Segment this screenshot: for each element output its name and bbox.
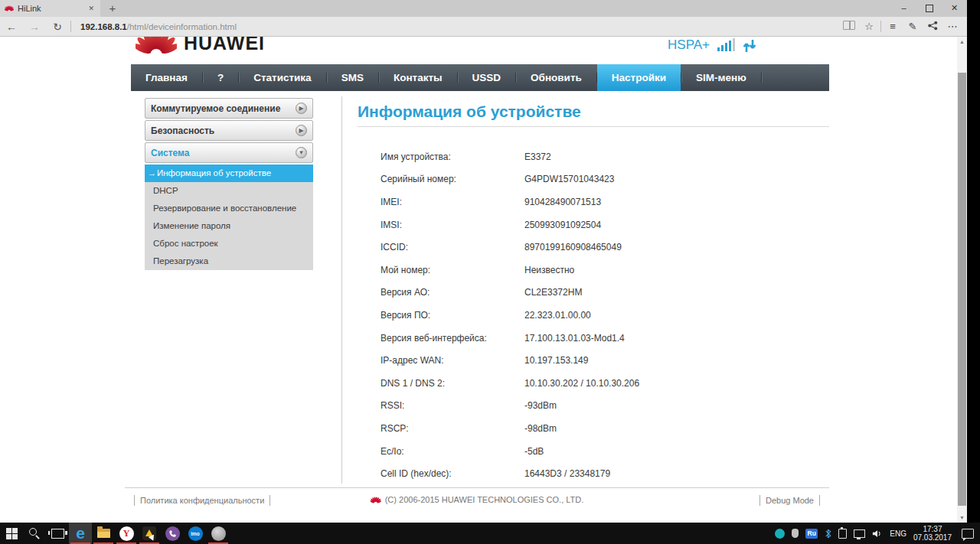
scrollbar-thumb[interactable] [958, 73, 966, 506]
row-label: IMEI: [381, 197, 524, 207]
taskbar-app-explorer[interactable] [92, 523, 115, 544]
clock[interactable]: 17:37 07.03.2017 [913, 525, 952, 542]
sidebar-item-backup-restore[interactable]: Резервирование и восстановление [145, 200, 313, 217]
tab-close-icon[interactable]: ✕ [87, 5, 96, 12]
nav-item-statistics[interactable]: Статистика [239, 64, 325, 91]
usb-device-icon[interactable] [838, 529, 847, 539]
network-icon[interactable] [854, 529, 865, 538]
table-row: IP-адрес WAN:10.197.153.149 [381, 349, 809, 372]
sidebar-item-change-password[interactable]: Изменение пароля [145, 217, 313, 235]
row-value: 910428490071513 [524, 197, 601, 207]
nav-item-sms[interactable]: SMS [327, 64, 378, 91]
logo-text: HUAWEI [184, 37, 265, 54]
taskbar-search-button[interactable] [23, 523, 46, 544]
table-row: Cell ID (hex/dec):16443D3 / 23348179 [381, 462, 809, 485]
action-center-icon[interactable] [962, 529, 974, 539]
vertical-scrollbar[interactable]: ▲ ▼ [957, 37, 967, 523]
chevron-down-icon: ▼ [296, 147, 307, 158]
nav-item-settings[interactable]: Настройки [597, 64, 681, 91]
nav-item-help[interactable]: ? [203, 64, 238, 91]
sidebar-section-security[interactable]: Безопасность ▶ [145, 120, 313, 141]
search-icon [28, 527, 41, 539]
punto-switcher-icon[interactable]: Ru [805, 529, 818, 539]
row-label: Имя устройства: [381, 151, 524, 162]
sidebar-item-reset-settings[interactable]: Сброс настроек [145, 235, 313, 252]
desktop-background [967, 0, 980, 523]
maximize-button[interactable] [916, 0, 942, 17]
table-row: RSSI:-93dBm [381, 395, 809, 418]
forward-icon[interactable]: → [23, 21, 46, 33]
tray-app-icon[interactable] [775, 529, 785, 539]
back-icon[interactable]: ← [0, 21, 23, 33]
address-bar-actions: ☆ ≡ ✎ ⋯ [839, 21, 962, 33]
language-indicator[interactable]: ENG [890, 529, 906, 538]
row-value: CL2E3372HM [524, 287, 582, 298]
row-label: Cell ID (hex/dec): [381, 468, 524, 479]
table-row: Серийный номер:G4PDW15701043423 [381, 168, 809, 191]
task-view-icon [51, 529, 64, 539]
table-row: DNS 1 / DNS 2:10.10.30.202 / 10.10.30.20… [381, 372, 809, 395]
mouse-device-icon[interactable] [792, 529, 799, 538]
url-field[interactable]: 192.168.8.1/html/deviceinformation.html [80, 22, 839, 31]
privacy-policy-link[interactable]: Политика конфиденциальности [134, 495, 270, 506]
task-view-button[interactable] [46, 523, 69, 544]
huawei-favicon-icon [5, 5, 14, 12]
viber-icon [165, 526, 180, 541]
bluetooth-icon[interactable] [825, 529, 831, 539]
table-row: Ec/Io:-5dB [381, 440, 809, 463]
taskbar-app-edge[interactable]: e [69, 523, 92, 544]
row-label: Серийный номер: [381, 174, 524, 184]
refresh-icon[interactable]: ↻ [46, 21, 69, 33]
new-tab-button[interactable]: + [103, 0, 122, 17]
actions-divider [880, 21, 881, 32]
taskbar-app-gray[interactable] [207, 523, 230, 544]
browser-tab[interactable]: HiLink ✕ [0, 0, 100, 17]
row-value: -93dBm [524, 400, 557, 411]
row-label: ICCID: [381, 242, 524, 252]
windows-logo-icon [6, 528, 18, 539]
sidebar-section-system[interactable]: Система ▼ [145, 142, 313, 163]
taskbar-app-yandex[interactable]: Y [115, 523, 138, 544]
system-submenu: →Информация об устройстве DHCP Резервиро… [145, 165, 313, 270]
nav-item-home[interactable]: Главная [131, 64, 202, 91]
row-value: -5dB [524, 446, 544, 457]
sidebar-item-reboot[interactable]: Перезагрузка [145, 252, 313, 270]
nav-item-sim-menu[interactable]: SIM-меню [681, 64, 761, 91]
sidebar-section-dialup[interactable]: Коммутируемое соединение ▶ [145, 98, 313, 119]
volume-icon[interactable] [872, 529, 883, 538]
network-type-label: HSPA+ [668, 37, 710, 53]
nav-item-update[interactable]: Обновить [516, 64, 596, 91]
address-bar: ← → ↻ 192.168.8.1/html/deviceinformation… [0, 17, 967, 37]
folder-icon [97, 529, 110, 538]
nav-item-contacts[interactable]: Контакты [379, 64, 457, 91]
huawei-logo: HUAWEI [136, 37, 265, 57]
more-options-icon[interactable]: ⋯ [942, 21, 962, 32]
row-label: Версия АО: [381, 287, 524, 298]
taskbar-app-yellow[interactable] [138, 523, 161, 544]
time: 17:37 [923, 525, 942, 533]
hub-icon[interactable]: ≡ [883, 21, 903, 32]
debug-mode-link[interactable]: Debug Mode [760, 495, 820, 506]
favorites-star-icon[interactable]: ☆ [859, 21, 879, 32]
system-tray: Ru ENG 17:37 07.03.2017 [775, 525, 980, 542]
start-button[interactable] [0, 523, 23, 544]
web-note-icon[interactable]: ✎ [903, 21, 923, 32]
scroll-up-icon[interactable]: ▲ [957, 37, 967, 47]
nav-item-ussd[interactable]: USSD [458, 64, 516, 91]
taskbar-app-viber[interactable] [161, 523, 184, 544]
screen: HiLink ✕ + – ✕ ← → ↻ 192.168.8.1/html/de… [0, 0, 980, 544]
row-label: Мой номер: [381, 265, 524, 275]
huawei-flower-icon [136, 37, 177, 55]
scroll-down-icon[interactable]: ▼ [957, 513, 967, 523]
minimize-button[interactable]: – [891, 0, 916, 17]
reading-view-icon[interactable] [839, 21, 859, 32]
sidebar-item-dhcp[interactable]: DHCP [145, 182, 313, 200]
close-button[interactable]: ✕ [942, 0, 967, 17]
taskbar-app-imo[interactable]: imo [184, 523, 207, 544]
date: 07.03.2017 [913, 533, 952, 542]
sidebar-item-device-information[interactable]: →Информация об устройстве [145, 165, 313, 182]
row-value: 250993091092504 [524, 220, 601, 230]
tab-title: HiLink [18, 4, 87, 13]
share-icon[interactable] [923, 21, 942, 33]
row-label: Версия ПО: [381, 310, 524, 321]
